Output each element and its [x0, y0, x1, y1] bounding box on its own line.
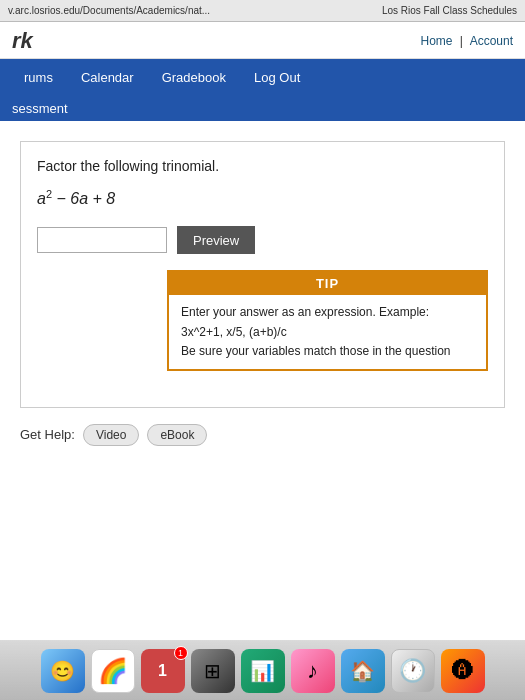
home-link[interactable]: Home	[420, 34, 452, 48]
top-nav: rk Home | Account	[0, 22, 525, 59]
math-expression: a2 − 6a + 8	[37, 188, 488, 208]
video-button[interactable]: Video	[83, 424, 139, 446]
tip-line2: Be sure your variables match those in th…	[181, 342, 474, 361]
browser-title: Los Rios Fall Class Schedules	[382, 5, 517, 16]
page-wrapper: rk Home | Account rums Calendar Gradeboo…	[0, 22, 525, 700]
answer-row: Preview	[37, 226, 488, 254]
get-help-label: Get Help:	[20, 427, 75, 442]
site-logo: rk	[12, 28, 33, 54]
sub-header-text: sessment	[12, 101, 68, 116]
content-area: Factor the following trinomial. a2 − 6a …	[0, 121, 525, 700]
dock-music-icon[interactable]: ♪	[291, 649, 335, 693]
superscript: 2	[46, 188, 52, 200]
main-nav: rums Calendar Gradebook Log Out	[0, 59, 525, 95]
question-box: Factor the following trinomial. a2 − 6a …	[20, 141, 505, 408]
tip-body: Enter your answer as an expression. Exam…	[169, 295, 486, 369]
dock-launchpad-icon[interactable]: ⊞	[191, 649, 235, 693]
tip-header: TIP	[169, 272, 486, 295]
notification-badge: 1	[174, 646, 188, 660]
sub-header: sessment	[0, 95, 525, 121]
account-link[interactable]: Account	[470, 34, 513, 48]
mac-dock: 😊 🌈 1 1 ⊞ 📊 ♪ 🏠 🕐 🅐	[0, 640, 525, 700]
tip-box: TIP Enter your answer as an expression. …	[167, 270, 488, 371]
ebook-button[interactable]: eBook	[147, 424, 207, 446]
nav-item-gradebook[interactable]: Gradebook	[148, 62, 240, 93]
get-help-row: Get Help: Video eBook	[20, 424, 505, 450]
dock-chart-icon[interactable]: 📊	[241, 649, 285, 693]
top-nav-links: Home | Account	[420, 34, 513, 48]
browser-url: v.arc.losrios.edu/Documents/Academics/na…	[8, 5, 362, 16]
answer-input[interactable]	[37, 227, 167, 253]
nav-separator: |	[460, 34, 463, 48]
preview-button[interactable]: Preview	[177, 226, 255, 254]
tip-line1: Enter your answer as an expression. Exam…	[181, 303, 474, 341]
dock-notification-icon[interactable]: 1 1	[141, 649, 185, 693]
dock-home-icon[interactable]: 🏠	[341, 649, 385, 693]
dock-photos-icon[interactable]: 🌈	[91, 649, 135, 693]
dock-finder-icon[interactable]: 😊	[41, 649, 85, 693]
browser-bar: v.arc.losrios.edu/Documents/Academics/na…	[0, 0, 525, 22]
nav-item-logout[interactable]: Log Out	[240, 62, 314, 93]
dock-clock-icon[interactable]: 🕐	[391, 649, 435, 693]
dock-app-icon[interactable]: 🅐	[441, 649, 485, 693]
nav-item-forums[interactable]: rums	[10, 62, 67, 93]
question-instruction: Factor the following trinomial.	[37, 158, 488, 174]
nav-item-calendar[interactable]: Calendar	[67, 62, 148, 93]
